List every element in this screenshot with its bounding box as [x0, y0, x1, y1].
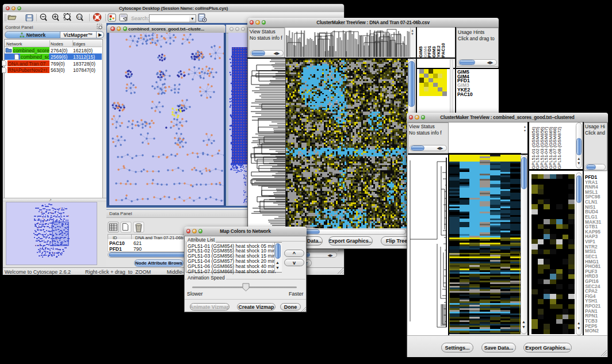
svg-text:1:1: 1:1: [78, 16, 82, 18]
